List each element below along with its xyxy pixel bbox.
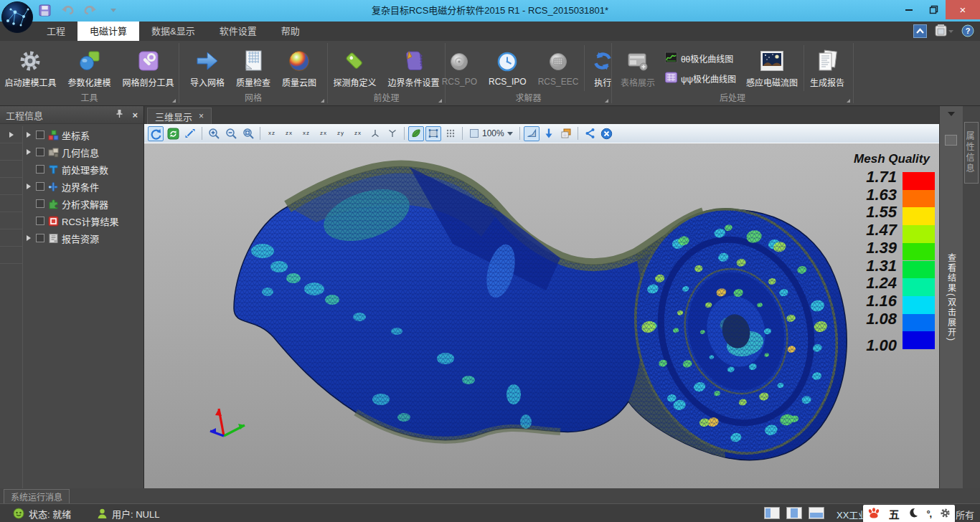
- probe-angle-button[interactable]: 探测角定义: [327, 47, 382, 90]
- zoom-out-button[interactable]: [223, 126, 239, 141]
- group-expand-icon[interactable]: [321, 99, 324, 103]
- psi-polarization-curve-button[interactable]: ψψ极化曲线图: [665, 72, 736, 85]
- rcs-eec-button[interactable]: RCS_EEC: [532, 48, 585, 88]
- collapse-ribbon-icon[interactable]: [913, 24, 927, 41]
- launch-modeling-tool-button[interactable]: 启动建模工具: [0, 47, 62, 90]
- grid-dots-button[interactable]: [443, 126, 458, 141]
- help-icon[interactable]: ?: [961, 24, 974, 40]
- copy-view-button[interactable]: [558, 126, 574, 141]
- menu-item-engineering[interactable]: 工程: [34, 22, 77, 41]
- view-orientation-button[interactable]: zy: [333, 126, 349, 141]
- shaded-mode-button[interactable]: [408, 126, 424, 141]
- zoom-in-button[interactable]: [206, 126, 222, 141]
- menu-item-help[interactable]: 帮助: [269, 22, 312, 41]
- expander-icon[interactable]: [24, 149, 33, 155]
- ime-punctuation-label[interactable]: °,: [926, 508, 931, 519]
- mesh-partition-icon: [136, 49, 161, 73]
- panel-center-layout-icon[interactable]: [786, 507, 802, 519]
- zoom-fit-button[interactable]: [240, 126, 256, 141]
- tree-checkbox[interactable]: [36, 165, 44, 174]
- ime-settings-gear-icon[interactable]: [940, 508, 951, 521]
- window-switch-icon[interactable]: [934, 24, 954, 41]
- mesh-partition-tool-button[interactable]: 网格剖分工具: [117, 47, 180, 90]
- tree-item-report-resources[interactable]: 报告资源: [24, 229, 143, 247]
- panel-close-icon[interactable]: ×: [132, 110, 138, 120]
- rotate-view-button[interactable]: [148, 126, 164, 141]
- viewport-3d[interactable]: Mesh Quality 1.71 1.63: [144, 143, 939, 488]
- moon-icon[interactable]: [908, 508, 918, 520]
- tree-item-geometry-info[interactable]: 几何信息: [24, 143, 143, 161]
- close-view-button[interactable]: [599, 126, 615, 141]
- quick-access-more-icon[interactable]: [106, 3, 121, 17]
- view-orientation-button[interactable]: zx: [350, 126, 366, 141]
- group-expand-icon[interactable]: [172, 99, 176, 103]
- save-icon[interactable]: [37, 3, 52, 17]
- ime-mode-label[interactable]: 五: [889, 506, 900, 521]
- group-expand-icon[interactable]: [605, 99, 608, 103]
- tree-checkbox[interactable]: [36, 217, 44, 225]
- undo-icon[interactable]: [60, 3, 75, 17]
- pin-icon[interactable]: [116, 109, 123, 120]
- pan-zoom-arrow-button[interactable]: [182, 126, 198, 141]
- quality-cloud-button[interactable]: 质量云图: [276, 47, 322, 90]
- baidu-paw-icon[interactable]: [867, 507, 880, 521]
- expander-icon[interactable]: [24, 132, 33, 138]
- quality-check-button[interactable]: 质量检查: [230, 47, 276, 90]
- tab-3d-display[interactable]: 三维显示 ×: [147, 108, 212, 124]
- panel-bottom-layout-icon[interactable]: [809, 507, 824, 519]
- tree-item-rcs-results[interactable]: RCS计算结果: [24, 212, 143, 229]
- group-expand-icon[interactable]: [847, 99, 850, 103]
- colorbar-band: [903, 243, 935, 261]
- group-expand-icon[interactable]: [438, 99, 442, 103]
- view-orientation-button[interactable]: zx: [316, 126, 331, 141]
- orbit-refresh-button[interactable]: [165, 126, 181, 141]
- share-flow-button[interactable]: [582, 126, 598, 141]
- rcs-po-button[interactable]: RCS_PO: [436, 48, 483, 88]
- rcs-ipo-button[interactable]: RCS_IPO: [483, 48, 532, 88]
- parametric-modeling-button[interactable]: 参数化建模: [62, 47, 117, 90]
- em-current-image-button[interactable]: 感应电磁流图: [740, 47, 804, 90]
- theta-polarization-curve-button[interactable]: θθ极化曲线图: [665, 52, 736, 65]
- expander-icon[interactable]: [24, 235, 33, 241]
- bounding-box-button[interactable]: [425, 126, 441, 141]
- menu-item-em-compute[interactable]: 电磁计算: [77, 22, 139, 41]
- arrow-down-button[interactable]: [541, 126, 557, 141]
- view-orientation-button[interactable]: xz: [264, 126, 280, 141]
- generate-report-button[interactable]: 生成报告: [804, 47, 850, 90]
- expander-icon[interactable]: [24, 184, 33, 189]
- table-view-button[interactable]: 表格展示: [615, 47, 661, 90]
- tree-item-label: RCS计算结果: [62, 214, 118, 228]
- tree-checkbox[interactable]: [36, 234, 44, 242]
- tree-root-expander[interactable]: [0, 126, 22, 143]
- menu-item-data-display[interactable]: 数据&显示: [139, 22, 207, 41]
- system-message-tab[interactable]: 系统运行消息: [4, 489, 70, 503]
- attribute-info-tab[interactable]: 属性信息: [964, 122, 979, 184]
- fit-selection-button[interactable]: [524, 126, 540, 141]
- tree-item-coordinate-system[interactable]: 坐标系: [24, 126, 143, 143]
- view-isometric-button[interactable]: [385, 126, 400, 141]
- model-3d[interactable]: [144, 143, 939, 488]
- view-isometric-button[interactable]: [367, 126, 383, 141]
- tree-checkbox[interactable]: [36, 148, 44, 156]
- panel-thumbnail-icon[interactable]: [945, 135, 957, 146]
- view-orientation-button[interactable]: zx: [281, 126, 297, 141]
- tree-item-preprocess-params[interactable]: 前处理参数: [24, 161, 143, 178]
- tree-item-boundary-conditions[interactable]: 边界条件: [24, 178, 143, 195]
- tab-close-icon[interactable]: ×: [199, 111, 204, 121]
- import-mesh-button[interactable]: 导入网格: [184, 47, 230, 90]
- results-side-tab[interactable]: 查看结果(双击展开): [939, 106, 963, 488]
- zoom-percent-combo[interactable]: 100%: [466, 128, 516, 138]
- view-orientation-button[interactable]: xz: [298, 126, 314, 141]
- redo-icon[interactable]: [83, 3, 98, 17]
- tree-checkbox[interactable]: [36, 130, 44, 139]
- tree-checkbox[interactable]: [36, 182, 44, 191]
- restore-button[interactable]: [921, 0, 946, 19]
- close-button[interactable]: ×: [946, 0, 980, 19]
- menu-item-settings[interactable]: 软件设置: [207, 22, 269, 41]
- tree-checkbox[interactable]: [36, 199, 44, 208]
- panel-left-layout-icon[interactable]: [764, 507, 780, 519]
- tree-item-analysis-solver[interactable]: 分析求解器: [24, 195, 143, 212]
- minimize-button[interactable]: [897, 0, 921, 19]
- tree-item-label: 报告资源: [62, 232, 99, 245]
- tab-list-caret-icon[interactable]: [948, 112, 955, 116]
